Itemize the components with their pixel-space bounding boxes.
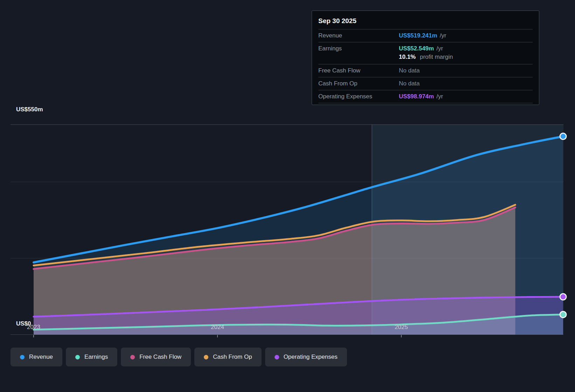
tooltip-panel: Sep 30 2025 Revenue US$519.241m /yr Earn… — [312, 10, 539, 105]
legend-label: Free Cash Flow — [139, 354, 181, 360]
tooltip-row-revenue: Revenue US$519.241m /yr — [318, 29, 533, 42]
tooltip-row-operating-expenses: Operating Expenses US$98.974m /yr — [318, 90, 533, 103]
x-tick-label-2025: 2025 — [395, 324, 408, 331]
legend-label: Cash From Op — [213, 354, 252, 360]
free-cash-flow-dot-icon — [130, 355, 135, 359]
tooltip-row-label: Free Cash Flow — [318, 67, 399, 74]
tooltip-row-label: Revenue — [318, 32, 399, 39]
tooltip-row-free-cash-flow: Free Cash Flow No data — [318, 64, 533, 77]
tooltip-row-value: No data — [399, 80, 420, 87]
tooltip-row-suffix: /yr — [436, 45, 443, 52]
tooltip-row-suffix: /yr — [440, 32, 446, 39]
tooltip-date: Sep 30 2025 — [318, 14, 533, 29]
profit-margin-text: profit margin — [420, 54, 453, 60]
tooltip-profit-margin-row: 10.1% profit margin — [318, 54, 533, 64]
revenue-dot-icon — [20, 355, 25, 359]
tooltip-row-cash-from-op: Cash From Op No data — [318, 77, 533, 90]
highlight-band — [372, 125, 563, 335]
chart-legend: Revenue Earnings Free Cash Flow Cash Fro… — [11, 348, 347, 366]
profit-margin-value: 10.1% — [399, 54, 416, 60]
tooltip-row-label: Cash From Op — [318, 80, 399, 87]
financials-chart-page: { "tooltip": { "date": "Sep 30 2025", "r… — [0, 0, 575, 392]
legend-label: Revenue — [29, 354, 53, 360]
tooltip-row-suffix: /yr — [436, 93, 443, 100]
end-marker-revenue — [560, 133, 566, 140]
end-marker-earnings — [560, 312, 566, 318]
legend-chip-free-cash-flow[interactable]: Free Cash Flow — [121, 348, 191, 366]
tooltip-row-earnings: Earnings US$52.549m /yr — [318, 42, 533, 54]
tooltip-row-label: Operating Expenses — [318, 93, 399, 100]
x-tick-label-2023: 2023 — [27, 324, 40, 331]
legend-chip-operating-expenses[interactable]: Operating Expenses — [265, 348, 347, 366]
legend-chip-cash-from-op[interactable]: Cash From Op — [194, 348, 261, 366]
x-tick-label-2024: 2024 — [211, 324, 224, 331]
end-marker-operating-expenses — [560, 294, 566, 300]
legend-chip-earnings[interactable]: Earnings — [66, 348, 117, 366]
cash-from-op-dot-icon — [204, 355, 208, 359]
legend-chip-revenue[interactable]: Revenue — [11, 348, 62, 366]
tooltip-row-value: US$98.974m — [399, 93, 434, 100]
earnings-dot-icon — [75, 355, 80, 359]
tooltip-row-value: US$52.549m — [399, 45, 434, 52]
y-axis-max-label: US$550m — [16, 106, 43, 113]
tooltip-row-label: Earnings — [318, 45, 399, 52]
tooltip-row-value: US$519.241m — [399, 32, 437, 39]
operating-expenses-dot-icon — [275, 355, 279, 359]
tooltip-row-value: No data — [399, 67, 420, 74]
legend-label: Earnings — [84, 354, 108, 360]
legend-label: Operating Expenses — [284, 354, 338, 360]
